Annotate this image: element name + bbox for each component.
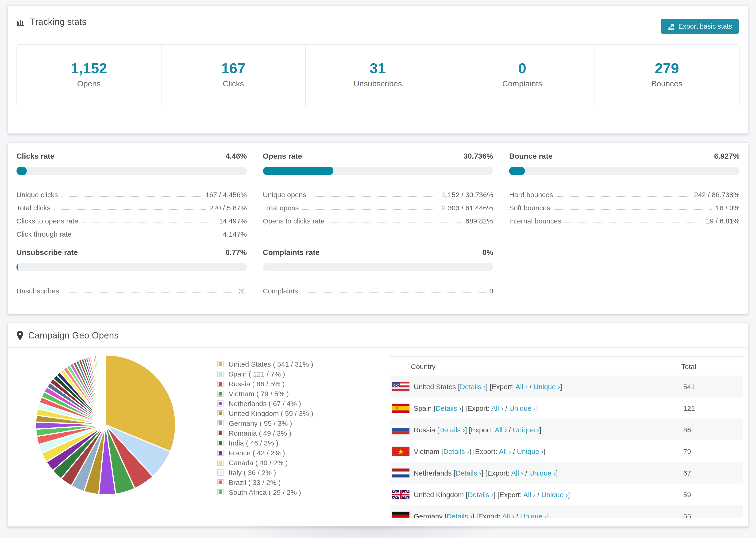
country-cell: United Kingdom [Details ›] [Export: All … xyxy=(414,490,683,498)
total-cell: 121 xyxy=(683,404,743,412)
details-link[interactable]: Details › xyxy=(447,512,472,518)
dotted-leader xyxy=(310,196,438,197)
stat-label: Opens xyxy=(17,79,161,89)
dotted-leader xyxy=(554,209,712,210)
detail-row: Opens to clicks rate 689.82% xyxy=(263,212,493,225)
dotted-leader xyxy=(557,196,690,197)
rate-title: Unsubscribe rate xyxy=(17,248,78,257)
detail-row: Unique opens 1,152 / 30.736% xyxy=(263,186,493,198)
export-all-link[interactable]: All › xyxy=(499,447,511,455)
export-unique-link[interactable]: Unique › xyxy=(529,469,556,477)
detail-value: 0 xyxy=(489,287,493,295)
legend-label: Russia ( 86 / 5% ) xyxy=(229,380,285,388)
detail-value: 242 / 86.738% xyxy=(694,190,739,198)
export-basic-stats-button[interactable]: Export basic stats xyxy=(661,19,739,34)
rate-details: Unique clicks 167 / 4.456% Total clicks … xyxy=(17,186,247,238)
detail-label: Hard bounces xyxy=(509,190,553,198)
page-title: Tracking stats xyxy=(30,17,87,27)
legend-item: Vietnam ( 79 / 5% ) xyxy=(217,389,313,399)
progress-bar xyxy=(263,263,493,271)
details-link[interactable]: Details › xyxy=(436,404,461,412)
legend-swatch xyxy=(217,391,224,397)
detail-row: Hard bounces 242 / 86.738% xyxy=(509,186,739,198)
legend-swatch xyxy=(217,459,224,466)
total-column-header: Total xyxy=(681,362,743,370)
export-icon xyxy=(668,23,675,30)
detail-value: 1,152 / 30.736% xyxy=(442,190,493,198)
legend-swatch xyxy=(217,430,224,436)
country-cell: United States [Details ›] [Export: All ›… xyxy=(414,382,683,390)
detail-label: Click through rate xyxy=(17,230,72,238)
legend-label: Italy ( 36 / 2% ) xyxy=(229,468,276,476)
detail-label: Internal bounces xyxy=(509,217,561,225)
detail-label: Opens to clicks rate xyxy=(263,217,324,225)
country-flag-icon xyxy=(392,490,409,499)
export-unique-link[interactable]: Unique › xyxy=(520,512,547,518)
export-all-link[interactable]: All › xyxy=(502,512,514,518)
details-link[interactable]: Details › xyxy=(439,426,465,434)
export-all-link[interactable]: All › xyxy=(511,469,523,477)
details-link[interactable]: Details › xyxy=(456,469,481,477)
rate-value: 4.46% xyxy=(226,152,247,161)
details-link[interactable]: Details › xyxy=(468,490,494,498)
export-unique-link[interactable]: Unique › xyxy=(533,382,560,390)
rate-section: Bounce rate 6.927% Hard bounces 242 / 86… xyxy=(509,152,739,238)
detail-row: Soft bounces 18 / 0% xyxy=(509,198,739,212)
dotted-leader xyxy=(82,223,215,223)
detail-label: Total clicks xyxy=(17,204,50,212)
export-all-link[interactable]: All › xyxy=(495,426,507,434)
stat-box: 31 Unsubscribes xyxy=(306,45,450,106)
total-cell: 67 xyxy=(683,469,743,477)
legend-swatch xyxy=(217,420,224,426)
detail-label: Soft bounces xyxy=(509,204,550,212)
legend-label: Brazil ( 33 / 2% ) xyxy=(229,478,281,486)
details-link[interactable]: Details › xyxy=(460,382,486,390)
export-unique-link[interactable]: Unique › xyxy=(541,490,568,498)
export-unique-link[interactable]: Unique › xyxy=(513,426,539,434)
export-all-link[interactable]: All › xyxy=(523,490,536,498)
table-row: United Kingdom [Details ›] [Export: All … xyxy=(390,484,743,505)
tracking-stats-header: Tracking stats Export basic stats xyxy=(8,6,748,37)
legend-swatch xyxy=(217,410,224,416)
geo-opens-title: Campaign Geo Opens xyxy=(28,331,119,341)
legend-label: South Africa ( 29 / 2% ) xyxy=(229,488,301,496)
progress-bar-fill xyxy=(509,167,525,175)
country-flag-icon xyxy=(392,425,409,434)
export-all-link[interactable]: All › xyxy=(491,404,503,412)
geo-table-rows: United States [Details ›] [Export: All ›… xyxy=(390,376,743,518)
total-cell: 541 xyxy=(683,382,743,390)
export-all-link[interactable]: All › xyxy=(515,382,528,390)
geo-pie-chart xyxy=(34,353,177,496)
total-cell: 55 xyxy=(683,512,743,518)
rate-value: 0% xyxy=(482,248,493,257)
detail-value: 2,303 / 61.446% xyxy=(442,204,493,212)
stat-value: 279 xyxy=(595,60,739,78)
legend-item: France ( 42 / 2% ) xyxy=(217,448,313,458)
legend-swatch xyxy=(217,479,224,485)
rate-value: 30.736% xyxy=(463,152,493,161)
dotted-leader xyxy=(62,196,202,197)
legend-label: France ( 42 / 2% ) xyxy=(229,449,285,457)
detail-value: 167 / 4.456% xyxy=(205,190,247,198)
legend-swatch xyxy=(217,440,224,446)
legend-swatch xyxy=(217,381,224,387)
country-flag-icon xyxy=(392,511,409,518)
legend-swatch xyxy=(217,371,224,377)
progress-bar xyxy=(509,167,739,175)
export-unique-link[interactable]: Unique › xyxy=(517,447,544,455)
legend-swatch xyxy=(217,450,224,456)
rate-title: Clicks rate xyxy=(17,152,54,161)
map-marker-icon xyxy=(17,331,24,340)
legend-swatch xyxy=(217,469,224,476)
detail-label: Unique clicks xyxy=(17,190,58,198)
stat-label: Bounces xyxy=(595,79,739,89)
total-cell: 79 xyxy=(683,447,743,455)
details-link[interactable]: Details › xyxy=(443,447,469,455)
export-unique-link[interactable]: Unique › xyxy=(509,404,536,412)
legend-item: Italy ( 36 / 2% ) xyxy=(217,467,313,477)
rate-value: 0.77% xyxy=(226,248,247,257)
pie-slice[interactable] xyxy=(105,355,106,425)
detail-row: Unique clicks 167 / 4.456% xyxy=(17,186,247,198)
legend-label: United Kingdom ( 59 / 3% ) xyxy=(229,409,313,417)
rates-grid: Clicks rate 4.46% Unique clicks 167 / 4.… xyxy=(8,143,748,314)
